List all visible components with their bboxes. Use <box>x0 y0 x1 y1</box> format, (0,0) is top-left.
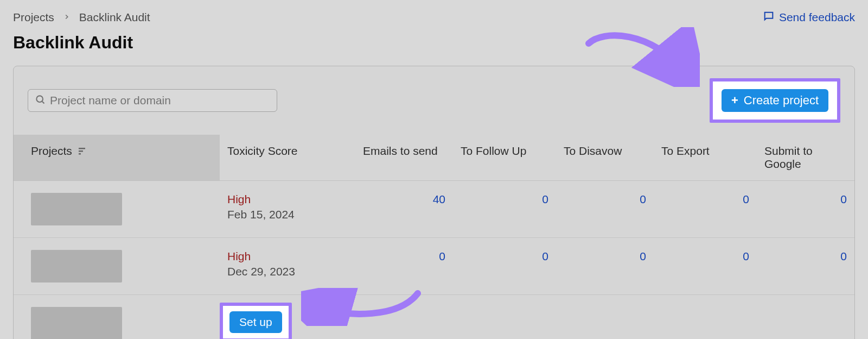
setup-highlight: Set up <box>220 303 292 339</box>
toxicity-level: High <box>227 250 348 263</box>
svg-line-1 <box>42 102 44 104</box>
send-feedback-label: Send feedback <box>779 11 855 24</box>
svg-point-0 <box>36 96 43 102</box>
emails-value[interactable]: 40 <box>355 181 453 238</box>
chevron-right-icon <box>63 12 71 23</box>
sort-icon <box>79 145 87 158</box>
feedback-icon <box>763 10 775 25</box>
project-thumbnail[interactable] <box>31 307 122 339</box>
page-title: Backlink Audit <box>13 33 855 53</box>
svg-rect-4 <box>79 153 81 155</box>
breadcrumb: Projects Backlink Audit Send feedback <box>13 7 855 28</box>
project-thumbnail[interactable] <box>31 250 122 282</box>
col-export[interactable]: To Export <box>654 135 757 181</box>
setup-button[interactable]: Set up <box>229 311 282 333</box>
export-value[interactable]: 0 <box>654 181 757 238</box>
disavow-value[interactable]: 0 <box>556 238 654 295</box>
col-projects-label: Projects <box>31 145 72 157</box>
create-project-highlight: + Create project <box>710 78 840 123</box>
plus-icon: + <box>731 95 738 106</box>
col-emails[interactable]: Emails to send <box>355 135 453 181</box>
col-toxicity[interactable]: Toxicity Score <box>220 135 355 181</box>
toxicity-date: Feb 15, 2024 <box>227 208 348 221</box>
svg-rect-2 <box>79 148 85 149</box>
create-project-label: Create project <box>744 93 819 108</box>
export-value[interactable]: 0 <box>654 238 757 295</box>
toxicity-level: High <box>227 193 348 206</box>
project-thumbnail[interactable] <box>31 193 122 225</box>
table-row: High Dec 29, 2023 0 0 0 0 0 <box>14 238 854 295</box>
submit-value[interactable]: 0 <box>757 238 854 295</box>
disavow-value[interactable]: 0 <box>556 181 654 238</box>
followup-value[interactable]: 0 <box>453 238 556 295</box>
col-disavow[interactable]: To Disavow <box>556 135 654 181</box>
send-feedback-link[interactable]: Send feedback <box>763 10 855 25</box>
col-projects[interactable]: Projects <box>14 135 220 181</box>
followup-value[interactable]: 0 <box>453 181 556 238</box>
svg-rect-3 <box>79 150 83 152</box>
breadcrumb-current: Backlink Audit <box>79 11 150 24</box>
search-input[interactable] <box>50 94 270 107</box>
table-row: High Feb 15, 2024 40 0 0 0 0 <box>14 181 854 238</box>
emails-value[interactable]: 0 <box>355 238 453 295</box>
col-followup[interactable]: To Follow Up <box>453 135 556 181</box>
submit-value[interactable]: 0 <box>757 181 854 238</box>
projects-panel: + Create project Projects <box>13 66 855 339</box>
search-field[interactable] <box>28 89 277 112</box>
breadcrumb-root[interactable]: Projects <box>13 11 54 24</box>
toxicity-date: Dec 29, 2023 <box>227 265 348 278</box>
col-submit[interactable]: Submit to Google <box>757 135 854 181</box>
projects-table: Projects Toxicity Score Emails to send T… <box>14 135 854 339</box>
table-row: Set up <box>14 295 854 340</box>
create-project-button[interactable]: + Create project <box>722 89 828 112</box>
search-icon <box>35 94 46 107</box>
